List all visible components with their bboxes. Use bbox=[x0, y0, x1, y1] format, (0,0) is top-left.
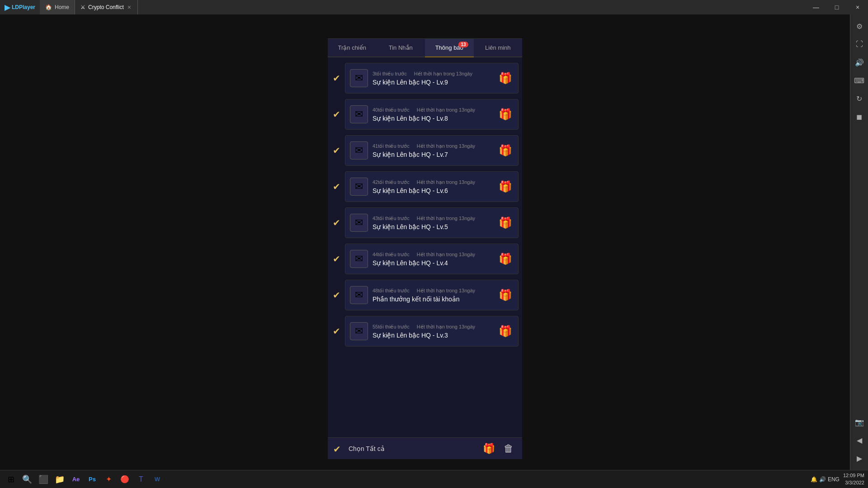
time-ago-4: 42tối thiếu trước bbox=[373, 179, 410, 185]
notification-card-8[interactable]: ✉ 55tối thiếu trước Hết thời hạn trong 1… bbox=[345, 316, 519, 347]
expiry-5: Hết thời hạn trong 13ngày bbox=[417, 216, 475, 221]
close-button[interactable]: × bbox=[847, 0, 868, 14]
envelope-icon-4: ✉ bbox=[350, 178, 368, 196]
fullscreen-button[interactable]: ⛶ bbox=[851, 36, 868, 52]
notification-title-6: Sự kiện Lên bậc HQ - Lv.4 bbox=[373, 259, 493, 267]
notification-card-3[interactable]: ✉ 41tối thiếu trước Hết thời hạn trong 1… bbox=[345, 135, 519, 166]
explorer-button[interactable]: 📁 bbox=[52, 472, 67, 487]
time-ago-8: 55tối thiếu trước bbox=[373, 324, 410, 330]
minimize-button[interactable]: — bbox=[806, 0, 826, 14]
volume-button[interactable]: 🔊 bbox=[851, 54, 868, 70]
titlebar-tabs: 🏠 Home ⚔ Crypto Conflict × bbox=[40, 0, 138, 14]
envelope-icon-8: ✉ bbox=[350, 322, 368, 340]
right-sidebar: ⚙ ⛶ 🔊 ⌨ ↻ ◼ 📷 ◀ ▶ bbox=[850, 14, 868, 470]
keyboard-button[interactable]: ⌨ bbox=[851, 72, 868, 89]
tab-game[interactable]: ⚔ Crypto Conflict × bbox=[75, 0, 138, 14]
maximize-button[interactable]: □ bbox=[826, 0, 847, 14]
bottom-actions: 🎁 🗑 bbox=[481, 441, 517, 457]
ae-button[interactable]: Ae bbox=[69, 472, 83, 487]
gift-icon-1[interactable]: 🎁 bbox=[497, 70, 514, 86]
notification-title-2: Sự kiện Lên bậc HQ - Lv.8 bbox=[373, 115, 493, 122]
notification-checkbox-3[interactable]: ✔ bbox=[331, 145, 341, 155]
word-button[interactable]: W bbox=[150, 472, 165, 487]
rotate-button[interactable]: ↻ bbox=[851, 90, 868, 107]
expiry-2: Hết thời hạn trong 13ngày bbox=[417, 107, 475, 113]
notification-checkbox-8[interactable]: ✔ bbox=[331, 326, 341, 336]
claim-all-button[interactable]: 🎁 bbox=[481, 441, 497, 457]
collapse-right-button[interactable]: ◀ bbox=[851, 432, 868, 448]
tab-tran-chien[interactable]: Trận chiến bbox=[328, 39, 377, 57]
notification-checkbox-1[interactable]: ✔ bbox=[331, 73, 341, 83]
notification-title-8: Sự kiện Lên bậc HQ - Lv.3 bbox=[373, 332, 493, 339]
expand-right-button[interactable]: ▶ bbox=[851, 450, 868, 466]
notification-title-5: Sự kiện Lên bậc HQ - Lv.5 bbox=[373, 223, 493, 230]
chrome-button[interactable]: 🔴 bbox=[118, 472, 132, 487]
notification-list[interactable]: ✔ ✉ 3tối thiếu trước Hết thời hạn trong … bbox=[328, 57, 522, 437]
ps-button[interactable]: Ps bbox=[85, 472, 99, 487]
expiry-1: Hết thời hạn trong 13ngày bbox=[414, 71, 472, 77]
notification-checkbox-6[interactable]: ✔ bbox=[331, 254, 341, 264]
notification-card-5[interactable]: ✉ 43tối thiếu trước Hết thời hạn trong 1… bbox=[345, 207, 519, 238]
envelope-icon-6: ✉ bbox=[350, 250, 368, 268]
app-logo: ▶ LDPlayer bbox=[0, 3, 40, 12]
figma-button[interactable]: ✦ bbox=[101, 472, 116, 487]
camera-button[interactable]: 📷 bbox=[851, 414, 868, 430]
tab-thong-bao[interactable]: Thông báo 13 bbox=[425, 39, 474, 57]
expiry-7: Hết thời hạn trong 13ngày bbox=[417, 288, 475, 294]
gift-icon-3[interactable]: 🎁 bbox=[497, 142, 514, 159]
screenshot-button[interactable]: ◼ bbox=[851, 108, 868, 125]
gift-icon-5[interactable]: 🎁 bbox=[497, 215, 514, 231]
close-tab-icon[interactable]: × bbox=[127, 4, 132, 11]
notification-checkbox-2[interactable]: ✔ bbox=[331, 109, 341, 119]
envelope-icon-1: ✉ bbox=[350, 69, 368, 87]
gift-icon-4[interactable]: 🎁 bbox=[497, 178, 514, 195]
notification-checkbox-4[interactable]: ✔ bbox=[331, 182, 341, 192]
notification-card-1[interactable]: ✉ 3tối thiếu trước Hết thời hạn trong 13… bbox=[345, 63, 519, 94]
game-area: Trận chiến Tin Nhắn Thông báo 13 Liên mi… bbox=[0, 14, 850, 470]
taskbar-clock: 12:09 PM 3/3/2022 bbox=[843, 472, 864, 486]
tab-tin-nhan[interactable]: Tin Nhắn bbox=[377, 39, 425, 57]
teams-button[interactable]: T bbox=[134, 472, 148, 487]
notification-card-7[interactable]: ✉ 48tối thiếu trước Hết thời hạn trong 1… bbox=[345, 280, 519, 310]
notification-card-4[interactable]: ✉ 42tối thiếu trước Hết thời hạn trong 1… bbox=[345, 171, 519, 202]
search-button[interactable]: 🔍 bbox=[20, 472, 34, 487]
notification-content-1: 3tối thiếu trước Hết thời hạn trong 13ng… bbox=[373, 71, 493, 86]
taskbar: ⊞ 🔍 ⬛ 📁 Ae Ps ✦ 🔴 T W 🔔 🔊 ENG 12:09 PM 3… bbox=[0, 470, 868, 488]
bottom-bar: ✔ Chọn Tất cả 🎁 🗑 bbox=[328, 437, 522, 459]
notification-card-6[interactable]: ✉ 44tối thiếu trước Hết thời hạn trong 1… bbox=[345, 244, 519, 274]
tab-home[interactable]: 🏠 Home bbox=[40, 0, 75, 14]
select-all-checkbox[interactable]: ✔ bbox=[333, 444, 343, 454]
time-ago-2: 40tối thiếu trước bbox=[373, 107, 410, 113]
notification-row: ✔ ✉ 43tối thiếu trước Hết thời hạn trong… bbox=[328, 206, 522, 240]
notification-row: ✔ ✉ 40tối thiếu trước Hết thời hạn trong… bbox=[328, 97, 522, 131]
notification-checkbox-5[interactable]: ✔ bbox=[331, 218, 341, 228]
notification-card-2[interactable]: ✉ 40tối thiếu trước Hết thời hạn trong 1… bbox=[345, 99, 519, 130]
select-all-label[interactable]: Chọn Tất cả bbox=[349, 445, 475, 452]
delete-all-button[interactable]: 🗑 bbox=[500, 441, 517, 457]
start-button[interactable]: ⊞ bbox=[4, 472, 18, 487]
game-tab-label: Crypto Conflict bbox=[88, 4, 124, 10]
game-window: Trận chiến Tin Nhắn Thông báo 13 Liên mi… bbox=[328, 25, 522, 459]
tab-lien-minh[interactable]: Liên minh bbox=[474, 39, 523, 57]
taskview-button[interactable]: ⬛ bbox=[36, 472, 51, 487]
speaker-icon: 🔊 bbox=[819, 476, 826, 483]
gift-icon-6[interactable]: 🎁 bbox=[497, 251, 514, 267]
taskbar-left: ⊞ 🔍 ⬛ 📁 Ae Ps ✦ 🔴 T W bbox=[4, 472, 811, 487]
envelope-icon-7: ✉ bbox=[350, 286, 368, 304]
notification-content-8: 55tối thiếu trước Hết thời hạn trong 13n… bbox=[373, 324, 493, 339]
expiry-8: Hết thời hạn trong 13ngày bbox=[417, 324, 475, 330]
time-ago-1: 3tối thiếu trước bbox=[373, 71, 407, 77]
expiry-6: Hết thời hạn trong 13ngày bbox=[417, 252, 475, 258]
gift-icon-7[interactable]: 🎁 bbox=[497, 287, 514, 303]
notification-content-7: 48tối thiếu trước Hết thời hạn trong 13n… bbox=[373, 288, 493, 303]
gift-icon-2[interactable]: 🎁 bbox=[497, 106, 514, 122]
tab-tran-chien-label: Trận chiến bbox=[338, 44, 366, 51]
clock-date: 3/3/2022 bbox=[843, 479, 864, 486]
settings-button[interactable]: ⚙ bbox=[851, 18, 868, 34]
time-ago-7: 48tối thiếu trước bbox=[373, 288, 410, 294]
notification-row: ✔ ✉ 44tối thiếu trước Hết thời hạn trong… bbox=[328, 242, 522, 276]
game-tabs: Trận chiến Tin Nhắn Thông báo 13 Liên mi… bbox=[328, 39, 522, 57]
home-tab-label: Home bbox=[55, 4, 69, 10]
gift-icon-8[interactable]: 🎁 bbox=[497, 323, 514, 339]
notification-checkbox-7[interactable]: ✔ bbox=[331, 290, 341, 300]
